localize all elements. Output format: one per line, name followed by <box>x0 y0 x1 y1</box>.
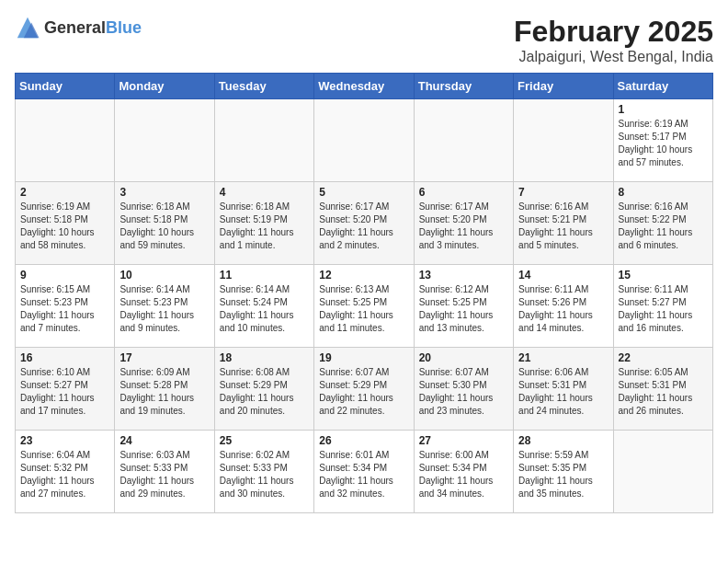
day-info: Sunrise: 6:01 AM Sunset: 5:34 PM Dayligh… <box>319 449 408 500</box>
day-header-friday: Friday <box>514 74 613 99</box>
calendar-cell: 27Sunrise: 6:00 AM Sunset: 5:34 PM Dayli… <box>414 431 513 513</box>
day-number: 8 <box>619 186 708 199</box>
day-info: Sunrise: 6:02 AM Sunset: 5:33 PM Dayligh… <box>220 449 309 500</box>
day-info: Sunrise: 6:06 AM Sunset: 5:31 PM Dayligh… <box>518 366 608 418</box>
calendar-cell: 3Sunrise: 6:18 AM Sunset: 5:18 PM Daylig… <box>115 182 214 265</box>
day-number: 28 <box>518 434 608 447</box>
day-number: 2 <box>20 186 109 199</box>
day-info: Sunrise: 6:14 AM Sunset: 5:23 PM Dayligh… <box>119 283 209 335</box>
calendar-cell: 21Sunrise: 6:06 AM Sunset: 5:31 PM Dayli… <box>514 348 613 431</box>
calendar-week-row: 16Sunrise: 6:10 AM Sunset: 5:27 PM Dayli… <box>16 348 713 431</box>
calendar-cell <box>214 99 313 182</box>
logo-icon <box>15 15 40 40</box>
calendar-cell: 14Sunrise: 6:11 AM Sunset: 5:26 PM Dayli… <box>514 265 613 348</box>
day-number: 16 <box>20 351 109 364</box>
day-info: Sunrise: 6:17 AM Sunset: 5:20 PM Dayligh… <box>319 201 408 252</box>
day-number: 12 <box>319 269 408 282</box>
day-header-wednesday: Wednesday <box>314 74 414 99</box>
calendar-cell <box>514 99 613 182</box>
calendar-cell: 24Sunrise: 6:03 AM Sunset: 5:33 PM Dayli… <box>115 431 214 513</box>
calendar-cell: 16Sunrise: 6:10 AM Sunset: 5:27 PM Dayli… <box>16 348 115 431</box>
calendar-week-row: 9Sunrise: 6:15 AM Sunset: 5:23 PM Daylig… <box>16 265 713 348</box>
day-info: Sunrise: 6:19 AM Sunset: 5:18 PM Dayligh… <box>20 201 109 252</box>
calendar-week-row: 1Sunrise: 6:19 AM Sunset: 5:17 PM Daylig… <box>16 99 713 182</box>
day-number: 27 <box>419 434 508 447</box>
calendar-header-row: SundayMondayTuesdayWednesdayThursdayFrid… <box>16 74 713 99</box>
calendar-cell: 12Sunrise: 6:13 AM Sunset: 5:25 PM Dayli… <box>314 265 414 348</box>
day-number: 3 <box>119 186 209 199</box>
calendar-cell: 7Sunrise: 6:16 AM Sunset: 5:21 PM Daylig… <box>514 182 613 265</box>
day-info: Sunrise: 6:18 AM Sunset: 5:19 PM Dayligh… <box>220 201 309 252</box>
calendar-cell: 17Sunrise: 6:09 AM Sunset: 5:28 PM Dayli… <box>115 348 214 431</box>
day-info: Sunrise: 6:11 AM Sunset: 5:26 PM Dayligh… <box>518 283 608 335</box>
day-info: Sunrise: 6:12 AM Sunset: 5:25 PM Dayligh… <box>419 283 508 335</box>
calendar-table: SundayMondayTuesdayWednesdayThursdayFrid… <box>15 73 713 513</box>
calendar-cell: 18Sunrise: 6:08 AM Sunset: 5:29 PM Dayli… <box>214 348 313 431</box>
day-number: 7 <box>518 186 608 199</box>
header: GeneralBlue February 2025 Jalpaiguri, We… <box>15 15 713 65</box>
calendar-cell: 13Sunrise: 6:12 AM Sunset: 5:25 PM Dayli… <box>414 265 513 348</box>
calendar-cell: 4Sunrise: 6:18 AM Sunset: 5:19 PM Daylig… <box>214 182 313 265</box>
day-info: Sunrise: 6:09 AM Sunset: 5:28 PM Dayligh… <box>119 366 209 418</box>
day-info: Sunrise: 6:17 AM Sunset: 5:20 PM Dayligh… <box>419 201 508 252</box>
calendar-cell: 10Sunrise: 6:14 AM Sunset: 5:23 PM Dayli… <box>115 265 214 348</box>
title-block: February 2025 Jalpaiguri, West Bengal, I… <box>514 15 713 65</box>
calendar-cell: 23Sunrise: 6:04 AM Sunset: 5:32 PM Dayli… <box>16 431 115 513</box>
day-number: 21 <box>518 351 608 364</box>
calendar-cell <box>314 99 414 182</box>
day-info: Sunrise: 6:16 AM Sunset: 5:21 PM Dayligh… <box>518 201 608 252</box>
day-number: 25 <box>220 434 309 447</box>
calendar-cell: 28Sunrise: 5:59 AM Sunset: 5:35 PM Dayli… <box>514 431 613 513</box>
calendar-cell: 26Sunrise: 6:01 AM Sunset: 5:34 PM Dayli… <box>314 431 414 513</box>
day-number: 19 <box>319 351 408 364</box>
day-header-saturday: Saturday <box>613 74 712 99</box>
day-header-thursday: Thursday <box>414 74 513 99</box>
day-info: Sunrise: 6:19 AM Sunset: 5:17 PM Dayligh… <box>619 118 708 169</box>
day-info: Sunrise: 6:18 AM Sunset: 5:18 PM Dayligh… <box>119 201 209 252</box>
calendar-cell: 15Sunrise: 6:11 AM Sunset: 5:27 PM Dayli… <box>613 265 712 348</box>
calendar-week-row: 2Sunrise: 6:19 AM Sunset: 5:18 PM Daylig… <box>16 182 713 265</box>
day-number: 14 <box>518 269 608 282</box>
calendar-cell <box>613 431 712 513</box>
logo: GeneralBlue <box>15 15 142 40</box>
calendar-cell <box>16 99 115 182</box>
calendar-cell <box>115 99 214 182</box>
day-number: 23 <box>20 434 109 447</box>
calendar-cell: 19Sunrise: 6:07 AM Sunset: 5:29 PM Dayli… <box>314 348 414 431</box>
day-header-tuesday: Tuesday <box>214 74 313 99</box>
calendar-cell: 9Sunrise: 6:15 AM Sunset: 5:23 PM Daylig… <box>16 265 115 348</box>
day-info: Sunrise: 5:59 AM Sunset: 5:35 PM Dayligh… <box>518 449 608 500</box>
calendar-cell: 8Sunrise: 6:16 AM Sunset: 5:22 PM Daylig… <box>613 182 712 265</box>
logo-text-general: General <box>44 18 106 37</box>
calendar-cell: 2Sunrise: 6:19 AM Sunset: 5:18 PM Daylig… <box>16 182 115 265</box>
day-number: 24 <box>119 434 209 447</box>
day-number: 11 <box>220 269 309 282</box>
day-number: 18 <box>220 351 309 364</box>
day-number: 1 <box>619 103 708 116</box>
day-info: Sunrise: 6:16 AM Sunset: 5:22 PM Dayligh… <box>619 201 708 252</box>
day-number: 4 <box>220 186 309 199</box>
day-info: Sunrise: 6:04 AM Sunset: 5:32 PM Dayligh… <box>20 449 109 500</box>
day-header-sunday: Sunday <box>16 74 115 99</box>
day-number: 17 <box>119 351 209 364</box>
day-number: 5 <box>319 186 408 199</box>
day-number: 26 <box>319 434 408 447</box>
day-number: 15 <box>619 269 708 282</box>
day-info: Sunrise: 6:11 AM Sunset: 5:27 PM Dayligh… <box>619 283 708 335</box>
calendar-cell: 22Sunrise: 6:05 AM Sunset: 5:31 PM Dayli… <box>613 348 712 431</box>
day-info: Sunrise: 6:13 AM Sunset: 5:25 PM Dayligh… <box>319 283 408 335</box>
day-info: Sunrise: 6:05 AM Sunset: 5:31 PM Dayligh… <box>619 366 708 418</box>
day-number: 10 <box>119 269 209 282</box>
sub-title: Jalpaiguri, West Bengal, India <box>514 49 713 65</box>
day-info: Sunrise: 6:07 AM Sunset: 5:29 PM Dayligh… <box>319 366 408 418</box>
day-info: Sunrise: 6:03 AM Sunset: 5:33 PM Dayligh… <box>119 449 209 500</box>
day-number: 9 <box>20 269 109 282</box>
day-info: Sunrise: 6:10 AM Sunset: 5:27 PM Dayligh… <box>20 366 109 418</box>
calendar-cell: 5Sunrise: 6:17 AM Sunset: 5:20 PM Daylig… <box>314 182 414 265</box>
day-number: 22 <box>619 351 708 364</box>
day-info: Sunrise: 6:15 AM Sunset: 5:23 PM Dayligh… <box>20 283 109 335</box>
day-number: 6 <box>419 186 508 199</box>
day-info: Sunrise: 6:14 AM Sunset: 5:24 PM Dayligh… <box>220 283 309 335</box>
day-number: 13 <box>419 269 508 282</box>
calendar-cell: 6Sunrise: 6:17 AM Sunset: 5:20 PM Daylig… <box>414 182 513 265</box>
